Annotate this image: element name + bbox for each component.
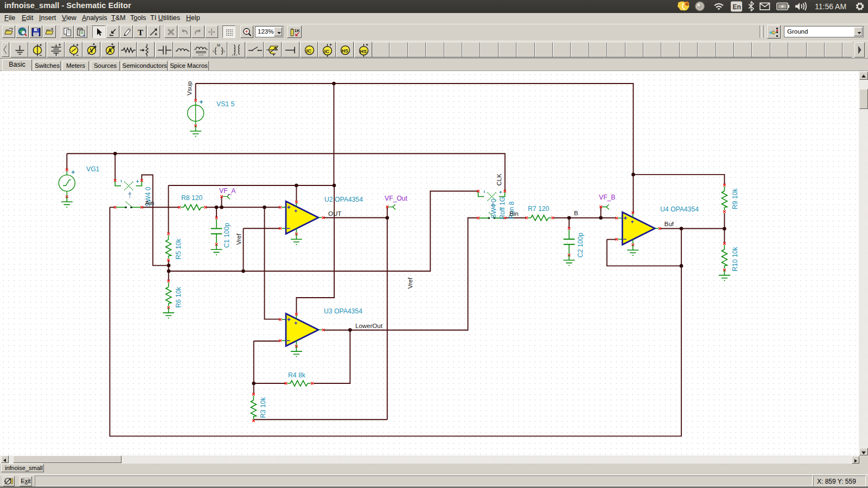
svg-text:Roff 1G: Roff 1G bbox=[499, 197, 506, 220]
svg-text:C1 100p: C1 100p bbox=[223, 223, 231, 248]
svg-text:R4 8k: R4 8k bbox=[288, 371, 306, 379]
svg-text:En: En bbox=[733, 3, 741, 11]
svg-text:VG1: VG1 bbox=[86, 165, 100, 173]
svg-text:Vref: Vref bbox=[407, 277, 413, 288]
svg-text:VS1 5: VS1 5 bbox=[216, 100, 234, 108]
svg-text:11:56 AM: 11:56 AM bbox=[815, 2, 846, 11]
svg-text:R9 10k: R9 10k bbox=[731, 188, 739, 209]
svg-text:R6 10k: R6 10k bbox=[175, 286, 182, 308]
svg-text:LowerOut: LowerOut bbox=[355, 323, 383, 329]
svg-text:T: T bbox=[138, 28, 143, 37]
svg-text:VF_Out: VF_Out bbox=[385, 195, 408, 202]
svg-text:Vref: Vref bbox=[235, 233, 242, 245]
svg-text:OUT: OUT bbox=[328, 210, 341, 217]
svg-text:HS: HS bbox=[360, 49, 367, 54]
svg-text:Buf: Buf bbox=[665, 221, 674, 227]
svg-text:L: L bbox=[224, 49, 226, 53]
svg-text:4: 4 bbox=[686, 2, 688, 7]
svg-text:R10 10k: R10 10k bbox=[731, 246, 739, 271]
svg-text:M: M bbox=[217, 43, 220, 47]
svg-text:B: B bbox=[574, 210, 578, 216]
svg-text:C2 100p: C2 100p bbox=[577, 233, 584, 258]
svg-text:HS: HS bbox=[342, 48, 349, 54]
svg-text:VF_A: VF_A bbox=[219, 187, 236, 195]
svg-text:R7 120: R7 120 bbox=[528, 205, 550, 213]
svg-text:R8 120: R8 120 bbox=[181, 194, 203, 202]
svg-text:U4 OPA4354: U4 OPA4354 bbox=[660, 206, 699, 213]
svg-text:1K: 1K bbox=[295, 28, 300, 33]
svg-text:Ain: Ain bbox=[145, 200, 155, 206]
svg-text:R3 10k: R3 10k bbox=[259, 396, 267, 418]
svg-text:CLK: CLK bbox=[496, 174, 502, 186]
svg-text:SW4 0: SW4 0 bbox=[490, 198, 497, 219]
svg-text:L: L bbox=[213, 49, 215, 53]
svg-text:U3 OPA4354: U3 OPA4354 bbox=[324, 307, 362, 315]
svg-text:IC: IC bbox=[324, 48, 329, 54]
svg-text:IC: IC bbox=[306, 48, 311, 54]
svg-text:R5 10k: R5 10k bbox=[175, 238, 182, 260]
svg-text:Bin: Bin bbox=[509, 210, 519, 217]
svg-text:U2 OPA4354: U2 OPA4354 bbox=[324, 196, 363, 203]
svg-text:VF_B: VF_B bbox=[599, 194, 615, 201]
svg-text:Vsup: Vsup bbox=[186, 81, 193, 95]
